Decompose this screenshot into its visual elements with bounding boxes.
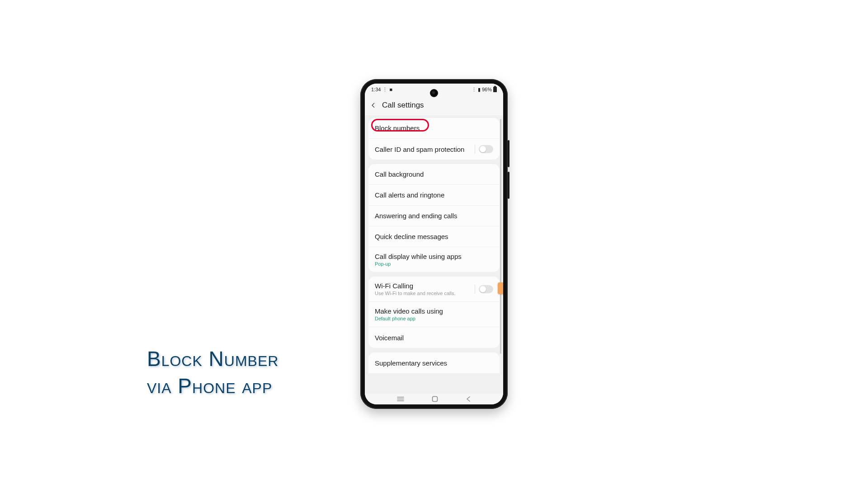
row-title: Wi-Fi Calling	[375, 282, 456, 290]
battery-percentage: 96%	[482, 87, 492, 92]
wifi-icon: ⋮	[472, 87, 476, 93]
status-notification-icon: ⋮	[382, 87, 387, 93]
row-title: Call display while using apps	[375, 253, 462, 260]
nav-back-button[interactable]	[466, 396, 471, 402]
settings-group: Block numbers Caller ID and spam protect…	[368, 118, 500, 160]
tutorial-caption: Block Number via Phone app	[147, 346, 278, 400]
row-title: Caller ID and spam protection	[375, 145, 464, 153]
row-title: Answering and ending calls	[375, 212, 458, 220]
row-title: Supplementary services	[375, 359, 447, 367]
floating-screen-recorder-icon[interactable]	[498, 282, 503, 294]
row-subtitle: Default phone app	[375, 316, 443, 321]
row-supplementary-services[interactable]: Supplementary services	[368, 352, 500, 373]
back-button[interactable]	[369, 101, 377, 109]
row-title: Voicemail	[375, 334, 404, 342]
row-block-numbers[interactable]: Block numbers	[368, 118, 500, 139]
toggle-divider	[475, 285, 475, 294]
row-voicemail[interactable]: Voicemail	[368, 327, 500, 348]
home-icon	[432, 396, 438, 402]
row-call-alerts-ringtone[interactable]: Call alerts and ringtone	[368, 185, 500, 206]
camera-hole-icon	[430, 89, 438, 97]
caption-line-2: via Phone app	[147, 373, 278, 400]
toggle-divider	[475, 145, 475, 154]
caption-line-1: Block Number	[147, 346, 278, 373]
row-make-video-calls-using[interactable]: Make video calls using Default phone app	[368, 302, 500, 327]
row-title: Call background	[375, 170, 424, 178]
recents-icon	[397, 396, 404, 402]
settings-group: Call background Call alerts and ringtone…	[368, 164, 500, 272]
row-call-display-while-apps[interactable]: Call display while using apps Pop-up	[368, 247, 500, 272]
nav-home-button[interactable]	[432, 396, 438, 402]
app-header: Call settings	[365, 95, 503, 115]
phone-side-button-2	[508, 172, 509, 199]
settings-group: Supplementary services	[368, 352, 500, 373]
status-recording-icon: ■	[389, 87, 392, 92]
row-title: Quick decline messages	[375, 233, 448, 240]
row-title: Block numbers	[375, 124, 420, 132]
row-wifi-calling[interactable]: Wi-Fi Calling Use Wi-Fi to make and rece…	[368, 277, 500, 302]
status-time: 1:34	[371, 87, 381, 92]
settings-content[interactable]: Block numbers Caller ID and spam protect…	[365, 115, 503, 394]
svg-rect-0	[432, 397, 437, 402]
row-call-background[interactable]: Call background	[368, 164, 500, 185]
signal-icon: ▮	[478, 87, 481, 93]
row-answering-ending-calls[interactable]: Answering and ending calls	[368, 206, 500, 226]
row-caller-id-spam[interactable]: Caller ID and spam protection	[368, 139, 500, 160]
row-title: Make video calls using	[375, 307, 443, 315]
row-title: Call alerts and ringtone	[375, 191, 444, 199]
settings-group: Wi-Fi Calling Use Wi-Fi to make and rece…	[368, 277, 500, 348]
phone-screen: 1:34 ⋮ ■ ⋮ ▮ 96% Call settings	[365, 84, 503, 404]
row-subtitle: Pop-up	[375, 261, 462, 267]
toggle-wifi-calling[interactable]	[479, 285, 493, 293]
scrollbar[interactable]	[500, 119, 501, 354]
page-title: Call settings	[382, 101, 424, 110]
phone-side-button	[508, 140, 509, 167]
toggle-caller-id-spam[interactable]	[479, 145, 493, 153]
android-nav-bar	[365, 394, 503, 404]
row-quick-decline-messages[interactable]: Quick decline messages	[368, 226, 500, 247]
chevron-left-icon	[466, 396, 471, 402]
battery-icon	[493, 87, 497, 92]
chevron-left-icon	[370, 102, 377, 108]
phone-device-frame: 1:34 ⋮ ■ ⋮ ▮ 96% Call settings	[360, 79, 508, 409]
row-subtitle: Use Wi-Fi to make and receive calls.	[375, 291, 456, 296]
nav-recents-button[interactable]	[397, 396, 404, 402]
